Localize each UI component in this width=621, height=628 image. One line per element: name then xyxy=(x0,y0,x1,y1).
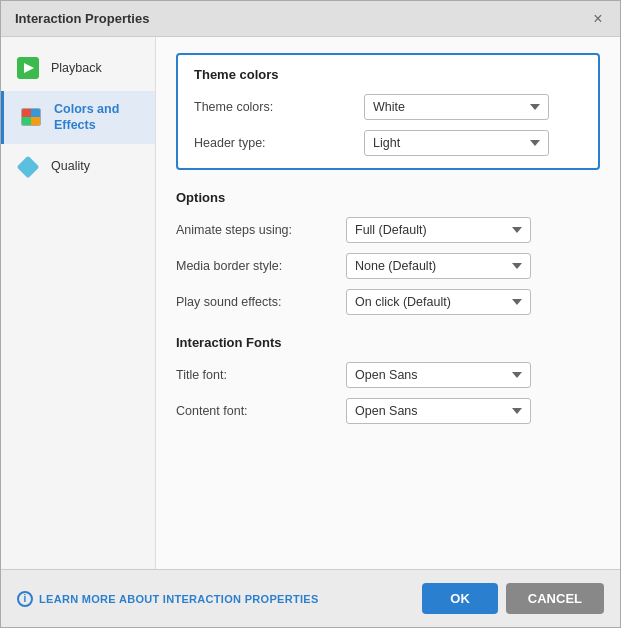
play-sound-select[interactable]: On click (Default) None Always xyxy=(346,289,531,315)
header-type-select[interactable]: Light Dark xyxy=(364,130,549,156)
dialog-body: Playback Colors and Effects xyxy=(1,37,620,569)
title-font-select[interactable]: Open Sans Arial Verdana Times New Roman xyxy=(346,362,531,388)
sidebar-quality-label: Quality xyxy=(51,158,90,174)
fonts-section: Interaction Fonts Title font: Open Sans … xyxy=(176,335,600,424)
playback-icon xyxy=(15,55,41,81)
dialog-title: Interaction Properties xyxy=(15,11,149,26)
play-sound-label: Play sound effects: xyxy=(176,295,346,309)
footer-buttons: OK CANCEL xyxy=(422,583,604,614)
media-border-select[interactable]: None (Default) Shadow Border xyxy=(346,253,531,279)
close-button[interactable]: × xyxy=(590,11,606,27)
options-title: Options xyxy=(176,190,600,205)
play-sound-row: Play sound effects: On click (Default) N… xyxy=(176,289,600,315)
animate-steps-select[interactable]: Full (Default) None Fade Slide xyxy=(346,217,531,243)
content-font-label: Content font: xyxy=(176,404,346,418)
colors-icon xyxy=(18,104,44,130)
theme-colors-label: Theme colors: xyxy=(194,100,364,114)
sidebar-playback-label: Playback xyxy=(51,60,102,76)
media-border-label: Media border style: xyxy=(176,259,346,273)
content-font-select[interactable]: Open Sans Arial Verdana Times New Roman xyxy=(346,398,531,424)
theme-colors-title: Theme colors xyxy=(194,67,582,82)
animate-steps-row: Animate steps using: Full (Default) None… xyxy=(176,217,600,243)
media-border-row: Media border style: None (Default) Shado… xyxy=(176,253,600,279)
title-font-label: Title font: xyxy=(176,368,346,382)
animate-steps-label: Animate steps using: xyxy=(176,223,346,237)
cancel-button[interactable]: CANCEL xyxy=(506,583,604,614)
content-font-row: Content font: Open Sans Arial Verdana Ti… xyxy=(176,398,600,424)
sidebar-item-quality[interactable]: Quality xyxy=(1,144,155,190)
options-section: Options Animate steps using: Full (Defau… xyxy=(176,190,600,315)
info-icon: i xyxy=(17,591,33,607)
title-font-row: Title font: Open Sans Arial Verdana Time… xyxy=(176,362,600,388)
theme-colors-row: Theme colors: White Dark Custom xyxy=(194,94,582,120)
sidebar-colors-label: Colors and Effects xyxy=(54,101,141,134)
learn-more-link[interactable]: i LEARN MORE ABOUT INTERACTION PROPERTIE… xyxy=(17,591,319,607)
fonts-title: Interaction Fonts xyxy=(176,335,600,350)
sidebar-item-colors-effects[interactable]: Colors and Effects xyxy=(1,91,155,144)
theme-colors-section: Theme colors Theme colors: White Dark Cu… xyxy=(176,53,600,170)
interaction-properties-dialog: Interaction Properties × Playback xyxy=(0,0,621,628)
sidebar: Playback Colors and Effects xyxy=(1,37,156,569)
main-content: Theme colors Theme colors: White Dark Cu… xyxy=(156,37,620,569)
title-bar: Interaction Properties × xyxy=(1,1,620,37)
theme-colors-select[interactable]: White Dark Custom xyxy=(364,94,549,120)
quality-icon xyxy=(15,154,41,180)
sidebar-item-playback[interactable]: Playback xyxy=(1,45,155,91)
header-type-row: Header type: Light Dark xyxy=(194,130,582,156)
learn-more-text: LEARN MORE ABOUT INTERACTION PROPERTIES xyxy=(39,593,319,605)
ok-button[interactable]: OK xyxy=(422,583,498,614)
theme-colors-box: Theme colors Theme colors: White Dark Cu… xyxy=(176,53,600,170)
header-type-label: Header type: xyxy=(194,136,364,150)
dialog-footer: i LEARN MORE ABOUT INTERACTION PROPERTIE… xyxy=(1,569,620,627)
